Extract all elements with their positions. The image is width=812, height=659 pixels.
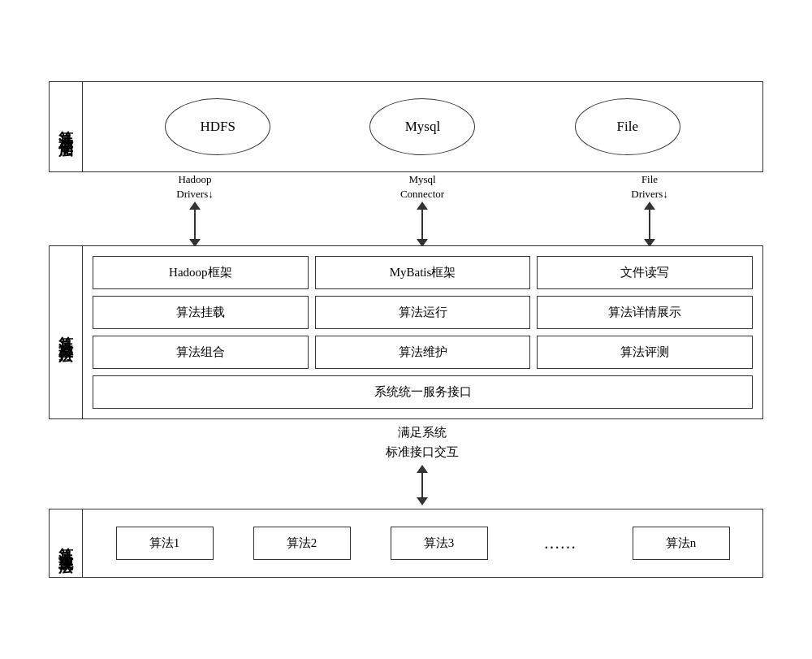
- storage-layer-label: 算法存储层: [49, 81, 83, 172]
- hdfs-node: HDFS: [165, 98, 270, 155]
- algo-combine-box: 算法组合: [93, 336, 309, 369]
- connector-grid: HadoopDrivers↓ MysqlConnector FileDriver…: [81, 172, 763, 245]
- support-layer-label: 算法支持层: [49, 245, 83, 419]
- mysql-arrow-line: [421, 210, 423, 239]
- middle-arrow-up: [417, 465, 428, 473]
- mysql-connector-label: MysqlConnector: [400, 172, 444, 202]
- mysql-connector-arrow: [417, 202, 428, 247]
- algo-run-box: 算法运行: [315, 296, 531, 329]
- framework-row: Hadoop框架 MyBatis框架 文件读写: [93, 256, 753, 289]
- algo2-box: 算法2: [253, 527, 351, 560]
- service-interface-bar: 系统统一服务接口: [93, 375, 753, 409]
- impl-layer: 算法实现层 算法1 算法2 算法3 …… 算法n: [49, 509, 763, 578]
- hadoop-connector-arrow: [189, 202, 201, 247]
- impl-layer-label: 算法实现层: [49, 509, 83, 578]
- impl-layer-content: 算法1 算法2 算法3 …… 算法n: [83, 509, 763, 578]
- algo-eval-box: 算法评测: [537, 336, 753, 369]
- hadoop-connector-label: HadoopDrivers↓: [176, 172, 214, 202]
- algon-box: 算法n: [633, 527, 730, 560]
- middle-connector-section: 满足系统 标准接口交互: [81, 419, 763, 509]
- hadoop-framework-box: Hadoop框架: [93, 256, 309, 289]
- algo-detail-box: 算法详情展示: [537, 296, 753, 329]
- storage-layer-content: HDFS Mysql File: [83, 81, 763, 172]
- algo-load-box: 算法挂载: [93, 296, 309, 329]
- middle-arrow-line: [421, 473, 423, 497]
- support-layer-content: Hadoop框架 MyBatis框架 文件读写 算法挂载 算法运行 算法详情展示…: [83, 245, 763, 419]
- support-layer: 算法支持层 Hadoop框架 MyBatis框架 文件读写 算法挂载 算法运行 …: [49, 245, 763, 419]
- storage-layer: 算法存储层 HDFS Mysql File: [49, 81, 763, 172]
- algo3-box: 算法3: [391, 527, 488, 560]
- algo1-box: 算法1: [116, 527, 214, 560]
- middle-arrow: [417, 465, 428, 505]
- middle-arrow-down: [417, 497, 428, 505]
- mybatis-framework-box: MyBatis框架: [315, 256, 531, 289]
- file-connector-arrow: [644, 202, 655, 247]
- mysql-arrow-up: [417, 202, 428, 210]
- middle-connector-label: 满足系统 标准接口交互: [386, 423, 459, 462]
- algo-row3: 算法组合 算法维护 算法评测: [93, 336, 753, 369]
- file-rw-box: 文件读写: [537, 256, 753, 289]
- hadoop-arrow-line: [194, 210, 196, 239]
- file-arrow-up: [644, 202, 655, 210]
- file-arrow-line: [649, 210, 650, 239]
- hadoop-arrow-up: [189, 202, 201, 210]
- file-connector-label: FileDrivers↓: [631, 172, 668, 202]
- algo-maintain-box: 算法维护: [315, 336, 531, 369]
- diagram-wrapper: 算法存储层 HDFS Mysql File HadoopDrivers↓ Mys…: [32, 65, 780, 594]
- file-node: File: [575, 98, 680, 155]
- mysql-connector: MysqlConnector: [309, 172, 536, 245]
- algo-dots: ……: [528, 526, 593, 561]
- algo-row2: 算法挂载 算法运行 算法详情展示: [93, 296, 753, 329]
- hadoop-connector: HadoopDrivers↓: [81, 172, 309, 245]
- mysql-node: Mysql: [369, 98, 475, 155]
- middle-connector-content: 满足系统 标准接口交互: [81, 423, 763, 505]
- file-connector: FileDrivers↓: [536, 172, 763, 245]
